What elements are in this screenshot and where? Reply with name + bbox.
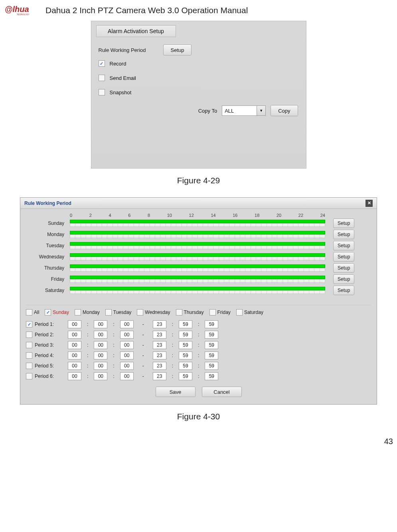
day-setup-button[interactable]: Setup — [333, 218, 354, 228]
start-time-input[interactable]: 00 — [68, 372, 81, 380]
copy-to-select[interactable]: ALL ▼ — [222, 105, 266, 116]
end-time-input[interactable]: 59 — [179, 351, 192, 359]
send-email-checkbox[interactable] — [99, 75, 105, 81]
colon-separator: : — [85, 373, 90, 379]
start-time-input[interactable]: 00 — [68, 331, 81, 339]
end-time-input[interactable]: 59 — [179, 372, 192, 380]
range-dash: - — [138, 363, 149, 369]
wednesday-checkbox[interactable] — [137, 309, 143, 316]
all-checkbox[interactable] — [26, 309, 32, 316]
time-tick: 2 — [89, 213, 92, 218]
start-time-input[interactable]: 00 — [68, 362, 81, 370]
end-time-input[interactable]: 23 — [153, 362, 166, 370]
end-time-input[interactable]: 23 — [153, 320, 166, 328]
end-time-input[interactable]: 23 — [153, 372, 166, 380]
schedule-timeline[interactable] — [70, 264, 325, 272]
day-setup-button[interactable]: Setup — [333, 252, 354, 262]
end-time-input[interactable]: 59 — [205, 320, 218, 328]
start-time-input[interactable]: 00 — [120, 351, 134, 359]
start-time-input[interactable]: 00 — [94, 320, 107, 328]
time-tick: 0 — [70, 213, 72, 218]
start-time-input[interactable]: 00 — [94, 331, 107, 339]
start-time-input[interactable]: 00 — [94, 351, 107, 359]
period-checkbox[interactable] — [26, 321, 32, 328]
end-time-input[interactable]: 23 — [153, 351, 166, 359]
colon-separator: : — [85, 332, 90, 337]
schedule-timeline[interactable] — [70, 253, 325, 260]
friday-checkbox[interactable] — [209, 309, 216, 316]
period-row: Period 4:00:00:00-23:59:59 — [26, 351, 371, 359]
chevron-down-icon[interactable]: ▼ — [257, 106, 265, 115]
start-time-input[interactable]: 00 — [68, 320, 81, 328]
page-number: 43 — [384, 437, 393, 446]
schedule-timeline[interactable] — [70, 220, 325, 227]
schedule-grid — [70, 268, 325, 272]
schedule-day-row: FridaySetup — [26, 274, 371, 284]
sunday-checkbox[interactable] — [45, 309, 51, 316]
tuesday-checkbox[interactable] — [105, 309, 112, 316]
alarm-activation-tab[interactable]: Alarm Activation Setup — [96, 25, 176, 37]
end-time-input[interactable]: 59 — [205, 351, 218, 359]
range-dash: - — [138, 322, 149, 327]
end-time-input[interactable]: 59 — [205, 362, 218, 370]
copy-button[interactable]: Copy — [271, 105, 298, 116]
cancel-button[interactable]: Cancel — [202, 387, 242, 397]
colon-separator: : — [196, 342, 201, 348]
period-row: Period 1:00:00:00-23:59:59 — [26, 320, 371, 328]
time-tick: 24 — [320, 213, 325, 218]
day-setup-button[interactable]: Setup — [333, 241, 354, 250]
monday-checkbox[interactable] — [75, 309, 81, 316]
end-time-input[interactable]: 23 — [153, 331, 166, 339]
colon-separator: : — [196, 332, 201, 337]
end-time-input[interactable]: 59 — [179, 331, 192, 339]
save-button[interactable]: Save — [156, 387, 196, 397]
end-time-input[interactable]: 23 — [153, 341, 166, 349]
period-checkbox[interactable] — [26, 342, 32, 348]
schedule-active-bar — [70, 242, 325, 246]
start-time-input[interactable]: 00 — [68, 341, 81, 349]
brand-logo: @lhua TECHNOLOGY — [5, 4, 42, 16]
start-time-input[interactable]: 00 — [68, 351, 81, 359]
period-checkbox[interactable] — [26, 352, 32, 359]
schedule-grid — [70, 257, 325, 260]
end-time-input[interactable]: 59 — [179, 341, 192, 349]
day-setup-button[interactable]: Setup — [333, 286, 354, 295]
snapshot-checkbox[interactable] — [99, 89, 105, 95]
saturday-checkbox[interactable] — [236, 309, 243, 316]
time-tick: 4 — [109, 213, 111, 218]
schedule-active-bar — [70, 231, 325, 234]
start-time-input[interactable]: 00 — [94, 372, 107, 380]
day-setup-button[interactable]: Setup — [333, 230, 354, 239]
thursday-checkbox[interactable] — [176, 309, 182, 316]
close-icon[interactable]: ✕ — [365, 200, 373, 207]
end-time-input[interactable]: 59 — [179, 362, 192, 370]
schedule-timeline[interactable] — [70, 242, 325, 249]
start-time-input[interactable]: 00 — [94, 341, 107, 349]
schedule-timeline[interactable] — [70, 231, 325, 238]
start-time-input[interactable]: 00 — [120, 331, 134, 339]
schedule-timeline[interactable] — [70, 276, 325, 283]
schedule-timeline[interactable] — [70, 287, 325, 294]
end-time-input[interactable]: 59 — [205, 372, 218, 380]
start-time-input[interactable]: 00 — [120, 341, 134, 349]
period-checkbox[interactable] — [26, 332, 32, 338]
end-time-input[interactable]: 59 — [205, 341, 218, 349]
schedule-grid — [70, 279, 325, 283]
end-time-input[interactable]: 59 — [205, 331, 218, 339]
end-time-input[interactable]: 59 — [179, 320, 192, 328]
rule-setup-button[interactable]: Setup — [163, 44, 192, 56]
start-time-input[interactable]: 00 — [120, 372, 134, 380]
start-time-input[interactable]: 00 — [120, 362, 134, 370]
day-setup-button[interactable]: Setup — [333, 274, 354, 284]
colon-separator: : — [170, 363, 175, 369]
record-checkbox[interactable] — [99, 60, 105, 67]
day-setup-button[interactable]: Setup — [333, 263, 354, 273]
start-time-input[interactable]: 00 — [120, 320, 134, 328]
all-label: All — [34, 310, 39, 315]
period-checkbox[interactable] — [26, 373, 32, 379]
period-label: Period 4: — [35, 353, 54, 358]
period-checkbox[interactable] — [26, 363, 32, 369]
schedule-day-label: Saturday — [26, 288, 70, 293]
saturday-label: Saturday — [244, 310, 263, 315]
start-time-input[interactable]: 00 — [94, 362, 107, 370]
